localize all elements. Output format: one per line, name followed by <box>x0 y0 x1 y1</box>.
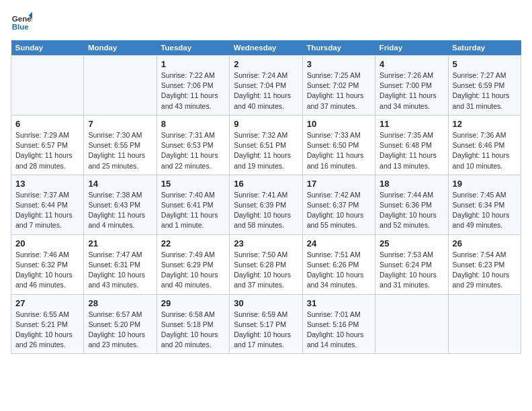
day-number: 1 <box>161 59 225 69</box>
week-row-1: 1Sunrise: 7:22 AMSunset: 7:06 PMDaylight… <box>11 56 521 116</box>
calendar-cell: 20Sunrise: 7:46 AMSunset: 6:32 PMDayligh… <box>11 234 84 294</box>
calendar-cell: 15Sunrise: 7:40 AMSunset: 6:41 PMDayligh… <box>157 175 229 234</box>
calendar-cell: 2Sunrise: 7:24 AMSunset: 7:04 PMDaylight… <box>230 56 302 116</box>
calendar-cell: 8Sunrise: 7:31 AMSunset: 6:53 PMDaylight… <box>157 115 229 175</box>
day-number: 6 <box>15 119 79 129</box>
day-info: Sunrise: 7:31 AMSunset: 6:53 PMDaylight:… <box>161 130 225 171</box>
day-info: Sunrise: 7:53 AMSunset: 6:24 PMDaylight:… <box>380 250 443 291</box>
day-info: Sunrise: 7:33 AMSunset: 6:50 PMDaylight:… <box>307 130 371 171</box>
day-info: Sunrise: 7:37 AMSunset: 6:44 PMDaylight:… <box>15 190 79 231</box>
day-info: Sunrise: 7:25 AMSunset: 7:02 PMDaylight:… <box>307 71 371 111</box>
day-number: 23 <box>234 238 298 248</box>
day-info: Sunrise: 7:47 AMSunset: 6:31 PMDaylight:… <box>88 250 152 291</box>
calendar-cell: 26Sunrise: 7:54 AMSunset: 6:23 PMDayligh… <box>448 234 521 294</box>
calendar-cell: 10Sunrise: 7:33 AMSunset: 6:50 PMDayligh… <box>302 115 375 175</box>
calendar-cell: 13Sunrise: 7:37 AMSunset: 6:44 PMDayligh… <box>11 175 84 234</box>
calendar-cell: 1Sunrise: 7:22 AMSunset: 7:06 PMDaylight… <box>157 56 229 116</box>
day-number: 11 <box>380 119 443 129</box>
day-number: 26 <box>453 238 517 248</box>
day-number: 22 <box>161 238 225 248</box>
calendar-cell: 29Sunrise: 6:58 AMSunset: 5:18 PMDayligh… <box>157 294 229 354</box>
day-number: 3 <box>307 59 371 69</box>
day-info: Sunrise: 7:26 AMSunset: 7:00 PMDaylight:… <box>380 71 443 111</box>
weekday-header-sunday: Sunday <box>11 40 84 56</box>
day-number: 24 <box>307 238 371 248</box>
calendar-cell: 6Sunrise: 7:29 AMSunset: 6:57 PMDaylight… <box>11 115 84 175</box>
day-number: 18 <box>380 179 443 189</box>
calendar-cell: 30Sunrise: 6:59 AMSunset: 5:17 PMDayligh… <box>230 294 302 354</box>
calendar-cell: 23Sunrise: 7:50 AMSunset: 6:28 PMDayligh… <box>230 234 302 294</box>
calendar-cell <box>84 56 157 116</box>
day-number: 20 <box>15 238 79 248</box>
day-info: Sunrise: 7:36 AMSunset: 6:46 PMDaylight:… <box>453 130 517 171</box>
day-info: Sunrise: 7:45 AMSunset: 6:34 PMDaylight:… <box>453 190 517 231</box>
day-info: Sunrise: 7:30 AMSunset: 6:55 PMDaylight:… <box>88 130 152 171</box>
page-header: General Blue <box>11 11 521 32</box>
logo-icon: General Blue <box>11 11 32 32</box>
day-number: 27 <box>15 298 79 308</box>
calendar-cell: 12Sunrise: 7:36 AMSunset: 6:46 PMDayligh… <box>448 115 521 175</box>
day-info: Sunrise: 7:01 AMSunset: 5:16 PMDaylight:… <box>307 310 371 351</box>
calendar-cell: 4Sunrise: 7:26 AMSunset: 7:00 PMDaylight… <box>375 56 448 116</box>
calendar-cell: 25Sunrise: 7:53 AMSunset: 6:24 PMDayligh… <box>375 234 448 294</box>
day-number: 25 <box>380 238 443 248</box>
logo: General Blue <box>11 11 32 32</box>
day-number: 13 <box>15 179 79 189</box>
week-row-5: 27Sunrise: 6:55 AMSunset: 5:21 PMDayligh… <box>11 294 521 354</box>
day-info: Sunrise: 6:59 AMSunset: 5:17 PMDaylight:… <box>234 310 298 351</box>
day-number: 4 <box>380 59 443 69</box>
day-number: 8 <box>161 119 225 129</box>
weekday-header-saturday: Saturday <box>448 40 521 56</box>
calendar-cell: 5Sunrise: 7:27 AMSunset: 6:59 PMDaylight… <box>448 56 521 116</box>
day-info: Sunrise: 7:35 AMSunset: 6:48 PMDaylight:… <box>380 130 443 171</box>
day-info: Sunrise: 7:27 AMSunset: 6:59 PMDaylight:… <box>453 71 517 111</box>
day-info: Sunrise: 7:41 AMSunset: 6:39 PMDaylight:… <box>234 190 298 231</box>
calendar-cell: 14Sunrise: 7:38 AMSunset: 6:43 PMDayligh… <box>84 175 157 234</box>
day-number: 9 <box>234 119 298 129</box>
calendar-table: SundayMondayTuesdayWednesdayThursdayFrid… <box>11 40 521 354</box>
calendar-cell: 16Sunrise: 7:41 AMSunset: 6:39 PMDayligh… <box>230 175 302 234</box>
day-info: Sunrise: 6:57 AMSunset: 5:20 PMDaylight:… <box>88 310 152 351</box>
day-info: Sunrise: 7:46 AMSunset: 6:32 PMDaylight:… <box>15 250 79 291</box>
weekday-header-tuesday: Tuesday <box>157 40 229 56</box>
calendar-cell <box>448 294 521 354</box>
day-number: 30 <box>234 298 298 308</box>
calendar-cell: 21Sunrise: 7:47 AMSunset: 6:31 PMDayligh… <box>84 234 157 294</box>
calendar-cell: 27Sunrise: 6:55 AMSunset: 5:21 PMDayligh… <box>11 294 84 354</box>
calendar-cell: 11Sunrise: 7:35 AMSunset: 6:48 PMDayligh… <box>375 115 448 175</box>
calendar-cell: 28Sunrise: 6:57 AMSunset: 5:20 PMDayligh… <box>84 294 157 354</box>
day-number: 5 <box>453 59 517 69</box>
day-info: Sunrise: 7:49 AMSunset: 6:29 PMDaylight:… <box>161 250 225 291</box>
day-info: Sunrise: 7:44 AMSunset: 6:36 PMDaylight:… <box>380 190 443 231</box>
day-info: Sunrise: 7:40 AMSunset: 6:41 PMDaylight:… <box>161 190 225 231</box>
calendar-cell: 19Sunrise: 7:45 AMSunset: 6:34 PMDayligh… <box>448 175 521 234</box>
day-number: 12 <box>453 119 517 129</box>
day-info: Sunrise: 7:38 AMSunset: 6:43 PMDaylight:… <box>88 190 152 231</box>
weekday-header-friday: Friday <box>375 40 448 56</box>
week-row-4: 20Sunrise: 7:46 AMSunset: 6:32 PMDayligh… <box>11 234 521 294</box>
weekday-header-thursday: Thursday <box>302 40 375 56</box>
calendar-cell: 24Sunrise: 7:51 AMSunset: 6:26 PMDayligh… <box>302 234 375 294</box>
day-number: 7 <box>88 119 152 129</box>
day-number: 21 <box>88 238 152 248</box>
weekday-header-row: SundayMondayTuesdayWednesdayThursdayFrid… <box>11 40 521 56</box>
calendar-cell: 31Sunrise: 7:01 AMSunset: 5:16 PMDayligh… <box>302 294 375 354</box>
day-number: 28 <box>88 298 152 308</box>
day-number: 14 <box>88 179 152 189</box>
day-info: Sunrise: 7:29 AMSunset: 6:57 PMDaylight:… <box>15 130 79 171</box>
calendar-cell: 17Sunrise: 7:42 AMSunset: 6:37 PMDayligh… <box>302 175 375 234</box>
day-info: Sunrise: 6:58 AMSunset: 5:18 PMDaylight:… <box>161 310 225 351</box>
day-number: 15 <box>161 179 225 189</box>
day-info: Sunrise: 7:22 AMSunset: 7:06 PMDaylight:… <box>161 71 225 111</box>
day-number: 2 <box>234 59 298 69</box>
svg-text:Blue: Blue <box>12 23 30 31</box>
calendar-cell <box>375 294 448 354</box>
day-info: Sunrise: 7:42 AMSunset: 6:37 PMDaylight:… <box>307 190 371 231</box>
day-number: 29 <box>161 298 225 308</box>
week-row-3: 13Sunrise: 7:37 AMSunset: 6:44 PMDayligh… <box>11 175 521 234</box>
calendar-cell: 3Sunrise: 7:25 AMSunset: 7:02 PMDaylight… <box>302 56 375 116</box>
weekday-header-monday: Monday <box>84 40 157 56</box>
calendar-cell: 9Sunrise: 7:32 AMSunset: 6:51 PMDaylight… <box>230 115 302 175</box>
week-row-2: 6Sunrise: 7:29 AMSunset: 6:57 PMDaylight… <box>11 115 521 175</box>
day-number: 17 <box>307 179 371 189</box>
